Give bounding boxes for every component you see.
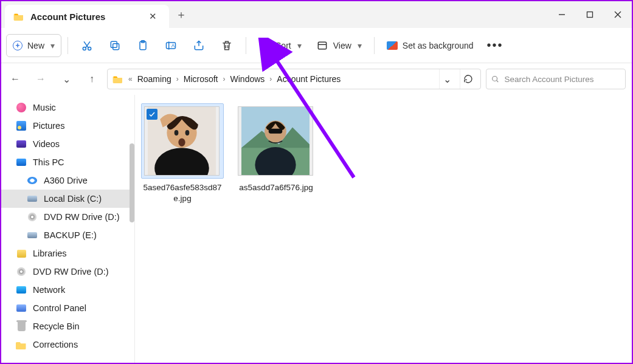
sidebar-item[interactable]: Corrections	[1, 335, 134, 354]
sidebar-item[interactable]: Network	[1, 281, 134, 299]
sidebar-item-label: This PC	[33, 157, 64, 167]
sort-label: Sort	[275, 41, 291, 50]
breadcrumb-item[interactable]: Roaming	[137, 74, 171, 84]
share-button[interactable]	[186, 34, 212, 57]
sidebar-item[interactable]: Pictures	[1, 117, 134, 135]
chevron-down-icon: ▾	[358, 41, 362, 50]
breadcrumb-overflow[interactable]: «	[128, 75, 133, 83]
rename-button[interactable]: A	[158, 34, 184, 57]
nav-forward-button[interactable]: →	[30, 69, 51, 89]
folder-icon	[16, 339, 27, 350]
svg-rect-7	[111, 41, 117, 47]
svg-point-21	[178, 139, 185, 146]
set-background-button[interactable]: Set as background	[381, 34, 480, 57]
sidebar-item[interactable]: Local Disk (C:)	[1, 190, 134, 208]
maximize-button[interactable]	[576, 1, 604, 28]
cpl-icon	[16, 303, 27, 314]
sidebar-item-label: DVD RW Drive (D:)	[44, 212, 120, 222]
file-thumbnail	[238, 106, 313, 176]
search-icon	[491, 75, 499, 84]
scrollbar-thumb[interactable]	[130, 143, 134, 222]
sidebar-item-label: Pictures	[33, 121, 64, 131]
a360-icon	[27, 175, 38, 186]
sidebar-item-label: Music	[33, 103, 56, 112]
sidebar-item-label: DVD RW Drive (D:)	[33, 267, 109, 276]
file-item[interactable]: as5asdd7a6f576.jpg	[235, 103, 317, 193]
sidebar-item[interactable]: BACKUP (E:)	[1, 226, 134, 244]
sidebar-item[interactable]: Libraries	[1, 244, 134, 263]
breadcrumb-item[interactable]: Microsoft	[184, 74, 218, 84]
view-icon	[316, 39, 328, 52]
paste-button[interactable]	[130, 34, 156, 57]
sidebar-item[interactable]: Music	[1, 98, 134, 117]
bin-icon	[16, 321, 27, 332]
sidebar-item-label: Recycle Bin	[33, 321, 80, 331]
refresh-button[interactable]	[460, 69, 476, 89]
new-button[interactable]: + New ▾	[6, 34, 61, 57]
minimize-button[interactable]	[548, 1, 576, 28]
selected-checkmark-icon	[147, 109, 157, 120]
svg-point-19	[175, 130, 179, 136]
sidebar-item-label: A360 Drive	[44, 176, 88, 185]
nav-up-button[interactable]: ↑	[81, 69, 102, 89]
nav-recent-button[interactable]: ⌄	[56, 69, 77, 89]
command-toolbar: + New ▾ A Sort ▾ View ▾ Set as backgroun…	[1, 28, 632, 63]
new-tab-button[interactable]: ＋	[169, 1, 193, 28]
svg-text:A: A	[171, 43, 175, 49]
copy-button[interactable]	[102, 34, 128, 57]
close-tab-button[interactable]: ✕	[145, 9, 161, 24]
svg-line-15	[496, 80, 498, 82]
search-box[interactable]	[486, 69, 626, 89]
sidebar-item[interactable]: DVD RW Drive (D:)	[1, 263, 134, 281]
svg-rect-26	[269, 129, 282, 134]
title-bar: Account Pictures ✕ ＋	[1, 1, 632, 28]
chevron-down-icon: ▾	[50, 41, 55, 50]
pc-icon	[16, 157, 27, 168]
navigation-sidebar[interactable]: MusicPicturesVideosThis PCA360 DriveLoca…	[1, 95, 135, 363]
nav-back-button[interactable]: ←	[5, 69, 26, 89]
more-options-button[interactable]: •••	[482, 34, 508, 57]
drive-icon	[27, 230, 38, 241]
sort-icon	[258, 39, 271, 52]
file-name-label: 5ased76asfe583sd87e.jpg	[141, 182, 224, 204]
sidebar-item[interactable]: Videos	[1, 135, 134, 153]
sidebar-item[interactable]: Control Panel	[1, 299, 134, 317]
breadcrumb-item[interactable]: Account Pictures	[277, 74, 341, 84]
tab-title: Account Pictures	[30, 12, 105, 22]
svg-point-5	[88, 47, 91, 50]
explorer-tab[interactable]: Account Pictures ✕	[5, 5, 169, 28]
svg-rect-12	[318, 42, 326, 49]
breadcrumb-item[interactable]: Windows	[230, 74, 265, 84]
net-icon	[16, 284, 27, 295]
chevron-down-icon: ▾	[297, 41, 302, 50]
search-input[interactable]	[504, 75, 620, 84]
file-content-area[interactable]: 5ased76asfe583sd87e.jpgas5asdd7a6f576.jp…	[135, 95, 632, 363]
view-button[interactable]: View ▾	[310, 34, 368, 57]
delete-button[interactable]	[214, 34, 240, 57]
svg-point-14	[493, 76, 497, 81]
sidebar-item[interactable]: This PC	[1, 153, 134, 171]
folder-icon	[112, 75, 123, 83]
sidebar-item[interactable]: Recycle Bin	[1, 317, 134, 335]
sidebar-item[interactable]: DVD RW Drive (D:)	[1, 208, 134, 226]
sidebar-item-label: Libraries	[33, 249, 67, 258]
cut-button[interactable]	[74, 34, 100, 57]
breadcrumb[interactable]: « Roaming › Microsoft › Windows › Accoun…	[107, 69, 481, 89]
address-dropdown[interactable]: ⌄	[439, 69, 455, 89]
picture-icon	[16, 120, 27, 131]
background-icon	[387, 41, 398, 50]
close-window-button[interactable]	[604, 1, 632, 28]
set-bg-label: Set as background	[403, 41, 474, 50]
sidebar-item[interactable]: A360 Drive	[1, 171, 134, 190]
sidebar-item-label: Corrections	[33, 340, 78, 349]
main-area: MusicPicturesVideosThis PCA360 DriveLoca…	[1, 95, 632, 363]
sidebar-item-label: Control Panel	[33, 303, 86, 313]
view-label: View	[333, 41, 351, 50]
lib-icon	[16, 248, 27, 259]
svg-point-4	[83, 47, 86, 50]
file-item[interactable]: 5ased76asfe583sd87e.jpg	[141, 103, 224, 204]
svg-rect-6	[113, 43, 119, 49]
svg-rect-1	[587, 12, 593, 18]
sort-button[interactable]: Sort ▾	[252, 34, 308, 57]
file-name-label: as5asdd7a6f576.jpg	[235, 182, 317, 193]
